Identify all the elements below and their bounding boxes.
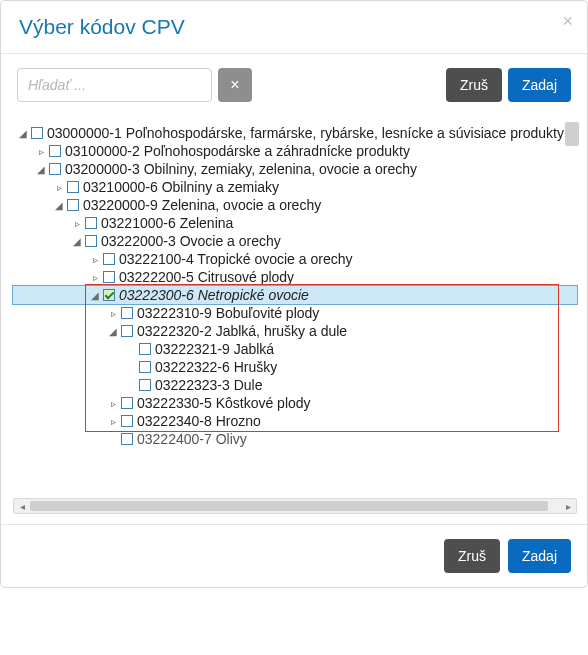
cpv-tree: ◢03000000-1 Poľnohospodárske, farmárske,… bbox=[11, 120, 579, 454]
tree-checkbox[interactable] bbox=[121, 415, 133, 427]
tree-row[interactable]: ◢03220000-9 Zelenina, ovocie a orechy bbox=[13, 196, 577, 214]
expand-closed-icon[interactable]: ▹ bbox=[107, 416, 119, 427]
modal-title: Výber kódov CPV bbox=[19, 15, 185, 38]
tree-row[interactable]: ▹03222321-9 Jablká bbox=[13, 340, 577, 358]
tree-row[interactable]: ▹03210000-6 Obilniny a zemiaky bbox=[13, 178, 577, 196]
v-scrollbar-thumb[interactable] bbox=[565, 122, 579, 146]
tree-row[interactable]: ▹03222400-7 Olivy bbox=[13, 430, 577, 448]
tree-label: 03200000-3 Obilniny, zemiaky, zelenina, … bbox=[63, 161, 417, 177]
tree-row[interactable]: ◢03200000-3 Obilniny, zemiaky, zelenina,… bbox=[13, 160, 577, 178]
toolbar: × Zruš Zadaj bbox=[1, 54, 587, 116]
scroll-right-icon[interactable]: ▸ bbox=[561, 501, 575, 512]
tree-label: 03222323-3 Dule bbox=[153, 377, 262, 393]
tree-label: 03210000-6 Obilniny a zemiaky bbox=[81, 179, 279, 195]
tree-label: 03222400-7 Olivy bbox=[135, 431, 247, 447]
expand-open-icon[interactable]: ◢ bbox=[107, 326, 119, 337]
tree-row[interactable]: ◢03222000-3 Ovocie a orechy bbox=[13, 232, 577, 250]
expand-closed-icon[interactable]: ▹ bbox=[107, 398, 119, 409]
expand-closed-icon[interactable]: ▹ bbox=[89, 254, 101, 265]
expand-closed-icon[interactable]: ▹ bbox=[53, 182, 65, 193]
tree-checkbox[interactable] bbox=[103, 289, 115, 301]
search-wrap bbox=[17, 68, 212, 102]
tree-label: 03222000-3 Ovocie a orechy bbox=[99, 233, 281, 249]
expand-open-icon[interactable]: ◢ bbox=[89, 290, 101, 301]
tree-row[interactable]: ◢03222320-2 Jablká, hrušky a dule bbox=[13, 322, 577, 340]
cpv-modal: Výber kódov CPV × × Zruš Zadaj ◢03000000… bbox=[0, 0, 588, 588]
tree-checkbox[interactable] bbox=[139, 361, 151, 373]
tree-row[interactable]: ▹03222200-5 Citrusové plody bbox=[13, 268, 577, 286]
tree-label: 03100000-2 Poľnohospodárske a záhradníck… bbox=[63, 143, 410, 159]
tree-row[interactable]: ◢03222300-6 Netropické ovocie bbox=[13, 286, 577, 304]
tree-checkbox[interactable] bbox=[121, 397, 133, 409]
tree-label: 03222340-8 Hrozno bbox=[135, 413, 261, 429]
tree-label: 03222322-6 Hrušky bbox=[153, 359, 277, 375]
tree-checkbox[interactable] bbox=[49, 163, 61, 175]
h-scrollbar[interactable]: ◂ ▸ bbox=[13, 498, 577, 514]
tree-label: 03222300-6 Netropické ovocie bbox=[117, 287, 309, 303]
close-icon[interactable]: × bbox=[562, 11, 573, 32]
tree-checkbox[interactable] bbox=[103, 253, 115, 265]
tree-scroll[interactable]: ◢03000000-1 Poľnohospodárske, farmárske,… bbox=[11, 120, 579, 496]
expand-closed-icon[interactable]: ▹ bbox=[71, 218, 83, 229]
tree-row[interactable]: ▹03222340-8 Hrozno bbox=[13, 412, 577, 430]
h-scrollbar-thumb[interactable] bbox=[30, 501, 548, 511]
modal-header: Výber kódov CPV × bbox=[1, 1, 587, 47]
expand-closed-icon[interactable]: ▹ bbox=[89, 272, 101, 283]
tree-checkbox[interactable] bbox=[49, 145, 61, 157]
clear-search-button[interactable]: × bbox=[218, 68, 252, 102]
tree-label: 03222200-5 Citrusové plody bbox=[117, 269, 294, 285]
tree-checkbox[interactable] bbox=[139, 343, 151, 355]
cancel-button-top[interactable]: Zruš bbox=[446, 68, 502, 102]
tree-label: 03222330-5 Kôstkové plody bbox=[135, 395, 311, 411]
expand-open-icon[interactable]: ◢ bbox=[17, 128, 29, 139]
expand-open-icon[interactable]: ◢ bbox=[71, 236, 83, 247]
tree-checkbox[interactable] bbox=[121, 433, 133, 445]
tree-row[interactable]: ▹03222323-3 Dule bbox=[13, 376, 577, 394]
tree-label: 03222320-2 Jablká, hrušky a dule bbox=[135, 323, 347, 339]
tree-checkbox[interactable] bbox=[139, 379, 151, 391]
tree-label: 03222321-9 Jablká bbox=[153, 341, 274, 357]
tree-checkbox[interactable] bbox=[67, 199, 79, 211]
modal-footer: Zruš Zadaj bbox=[1, 524, 587, 587]
expand-open-icon[interactable]: ◢ bbox=[53, 200, 65, 211]
tree-checkbox[interactable] bbox=[121, 325, 133, 337]
tree-checkbox[interactable] bbox=[31, 127, 43, 139]
tree-checkbox[interactable] bbox=[103, 271, 115, 283]
tree-wrapper: ◢03000000-1 Poľnohospodárske, farmárske,… bbox=[1, 120, 587, 514]
tree-row[interactable]: ◢03000000-1 Poľnohospodárske, farmárske,… bbox=[13, 124, 577, 142]
tree-checkbox[interactable] bbox=[121, 307, 133, 319]
tree-checkbox[interactable] bbox=[85, 217, 97, 229]
tree-row[interactable]: ▹03100000-2 Poľnohospodárske a záhradníc… bbox=[13, 142, 577, 160]
tree-row[interactable]: ▹03222322-6 Hrušky bbox=[13, 358, 577, 376]
tree-row[interactable]: ▹03221000-6 Zelenina bbox=[13, 214, 577, 232]
tree-label: 03221000-6 Zelenina bbox=[99, 215, 233, 231]
expand-closed-icon[interactable]: ▹ bbox=[107, 308, 119, 319]
expand-closed-icon[interactable]: ▹ bbox=[35, 146, 47, 157]
tree-row[interactable]: ▹03222100-4 Tropické ovocie a orechy bbox=[13, 250, 577, 268]
expand-open-icon[interactable]: ◢ bbox=[35, 164, 47, 175]
scroll-left-icon[interactable]: ◂ bbox=[15, 501, 29, 512]
cancel-button-bottom[interactable]: Zruš bbox=[444, 539, 500, 573]
submit-button-top[interactable]: Zadaj bbox=[508, 68, 571, 102]
search-input[interactable] bbox=[17, 68, 212, 102]
tree-label: 03222100-4 Tropické ovocie a orechy bbox=[117, 251, 352, 267]
tree-label: 03000000-1 Poľnohospodárske, farmárske, … bbox=[45, 125, 564, 141]
tree-row[interactable]: ▹03222310-9 Bobuľovité plody bbox=[13, 304, 577, 322]
submit-button-bottom[interactable]: Zadaj bbox=[508, 539, 571, 573]
tree-checkbox[interactable] bbox=[85, 235, 97, 247]
tree-checkbox[interactable] bbox=[67, 181, 79, 193]
tree-row[interactable]: ▹03222330-5 Kôstkové plody bbox=[13, 394, 577, 412]
tree-label: 03222310-9 Bobuľovité plody bbox=[135, 305, 319, 321]
tree-label: 03220000-9 Zelenina, ovocie a orechy bbox=[81, 197, 321, 213]
